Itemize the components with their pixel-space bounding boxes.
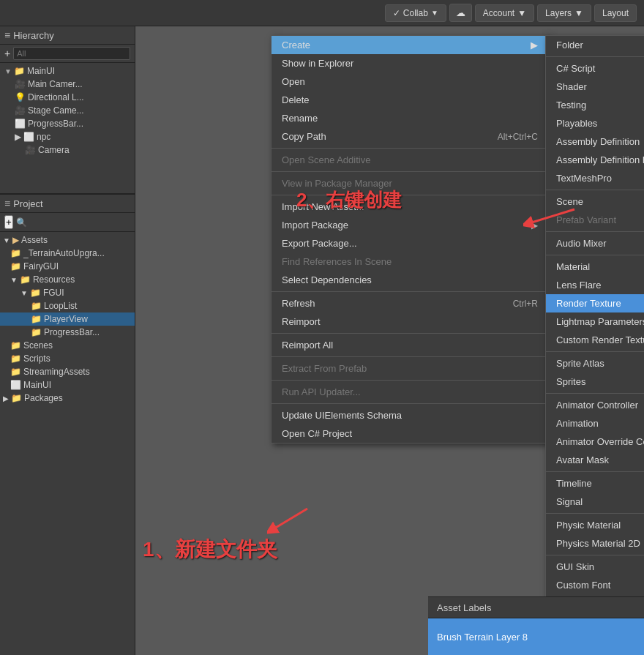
menu-item-refresh[interactable]: Refresh Ctrl+R	[272, 294, 548, 312]
menu-item-audio-mixer[interactable]: Audio Mixer	[546, 234, 644, 252]
menu-item-csharp-script[interactable]: C# Script	[546, 59, 644, 78]
menu-item-label: Reimport	[282, 316, 321, 327]
menu-item-scene[interactable]: Scene	[546, 192, 644, 211]
project-item-scenes[interactable]: 📁 Scenes	[0, 339, 135, 352]
fgui-arrow-icon: ▼	[20, 289, 28, 297]
project-item-looplist[interactable]: 📁 LoopList	[0, 299, 135, 312]
project-menu-icon[interactable]: ≡	[4, 198, 10, 209]
menu-item-label: Custom Font	[556, 580, 610, 591]
menu-item-label: Import New Asset...	[282, 201, 364, 212]
menu-item-sprite-atlas[interactable]: Sprite Atlas	[546, 354, 644, 373]
menu-item-timeline[interactable]: Timeline	[546, 474, 644, 493]
tree-item-directional[interactable]: 💡 Directional L...	[0, 91, 135, 104]
menu-item-show-explorer[interactable]: Show in Explorer	[272, 54, 548, 72]
project-item-playerview[interactable]: 📁 PlayerView	[0, 312, 135, 326]
account-button[interactable]: Account ▼	[475, 4, 534, 22]
project-item-resources[interactable]: ▼ 📁 Resources	[0, 273, 135, 286]
project-item-progressbar2[interactable]: 📁 ProgressBar...	[0, 326, 135, 339]
tree-item-camera[interactable]: 🎥 Camera	[0, 143, 135, 157]
project-search-icon: 🔍	[16, 217, 27, 228]
project-item-fgui[interactable]: ▼ 📁 FGUI	[0, 286, 135, 299]
menu-item-import-package[interactable]: Import Package ▶	[272, 216, 548, 234]
tree-item-mainui[interactable]: ▼ 📁 MainUI	[0, 64, 135, 78]
menu-item-import-asset[interactable]: Import New Asset...	[272, 198, 548, 216]
hierarchy-search-input[interactable]	[13, 47, 130, 60]
menu-item-prefab-variant: Prefab Variant	[546, 211, 644, 229]
left-column: ≡ Hierarchy + ▼ 📁 MainUI 🎥 Main Camer...	[0, 26, 135, 655]
menu-item-label: GUI Skin	[556, 561, 594, 572]
menu-item-avatar-mask[interactable]: Avatar Mask	[546, 451, 644, 469]
hierarchy-menu-icon[interactable]: ≡	[4, 29, 10, 41]
tree-item-npc[interactable]: ▶ ⬜ npc	[0, 130, 135, 143]
streaming-folder-icon: 📁	[10, 367, 21, 377]
layers-button[interactable]: Layers ▼	[537, 4, 591, 22]
menu-item-physics-mat-2d[interactable]: Physics Material 2D	[546, 534, 644, 553]
menu-item-textmeshpro[interactable]: TextMeshPro ▶	[546, 169, 644, 187]
menu-item-create[interactable]: Create ▶	[272, 36, 548, 54]
menu-item-delete[interactable]: Delete	[272, 91, 548, 109]
menu-item-open-csharp[interactable]: Open C# Project	[272, 424, 548, 443]
project-item-mainui[interactable]: ⬜ MainUI	[0, 378, 135, 392]
menu-item-animator-override[interactable]: Animator Override Controller	[546, 433, 644, 451]
camera2-icon: 🎥	[15, 105, 26, 116]
menu-item-testing[interactable]: Testing ▶	[546, 96, 644, 114]
create-arrow-icon: ▶	[531, 40, 538, 50]
menu-item-label: Scene	[556, 196, 583, 207]
tree-item-progressbar[interactable]: ⬜ ProgressBar...	[0, 117, 135, 130]
menu-item-gui-skin[interactable]: GUI Skin	[546, 558, 644, 576]
menu-item-label: Timeline	[556, 478, 592, 489]
menu-item-material[interactable]: Material	[546, 258, 644, 276]
project-item-streaming[interactable]: 📁 StreamingAssets	[0, 365, 135, 378]
menu-item-rename[interactable]: Rename	[272, 109, 548, 127]
menu-item-label: Custom Render Texture	[556, 334, 644, 345]
project-item-fairygui[interactable]: 📁 FairyGUI	[0, 260, 135, 273]
menu-item-render-texture[interactable]: Render Texture	[546, 294, 644, 312]
menu-item-label: Refresh	[282, 298, 315, 309]
menu-item-sprites[interactable]: Sprites ▶	[546, 373, 644, 391]
menu2-sep-2	[546, 231, 644, 232]
project-add-button[interactable]: +	[4, 215, 13, 229]
menu-item-assembly-def[interactable]: Assembly Definition	[546, 132, 644, 151]
menu-item-label: Avatar Mask	[556, 454, 609, 465]
tree-item-stagecamera[interactable]: 🎥 Stage Came...	[0, 104, 135, 117]
menu-item-signal[interactable]: Signal	[546, 493, 644, 511]
menu-item-animator-ctrl[interactable]: Animator Controller	[546, 396, 644, 414]
menu-item-label: Playables	[556, 118, 597, 129]
project-item-packages[interactable]: ▶ 📁 Packages	[0, 392, 135, 405]
project-item-terrain[interactable]: 📁 _TerrainAutoUpgra...	[0, 247, 135, 260]
project-item-label: Assets	[21, 235, 48, 245]
menu-item-open[interactable]: Open	[272, 72, 548, 91]
menu-item-label: Export Package...	[282, 238, 357, 249]
menu-item-label: Open	[282, 76, 305, 87]
menu-item-select-deps[interactable]: Select Dependencies	[272, 271, 548, 289]
menu-item-animation[interactable]: Animation	[546, 414, 644, 433]
menu-item-physic-mat[interactable]: Physic Material	[546, 516, 644, 534]
menu-item-shader[interactable]: Shader ▶	[546, 78, 644, 96]
menu-item-reimport[interactable]: Reimport	[272, 312, 548, 331]
project-item-scripts[interactable]: 📁 Scripts	[0, 352, 135, 365]
account-arrow-icon: ▼	[517, 8, 526, 18]
asset-labels-text: Asset Labels	[437, 602, 491, 613]
menu-item-update-ui[interactable]: Update UIElements Schema	[272, 406, 548, 424]
cloud-button[interactable]: ☁	[449, 4, 472, 22]
layout-button[interactable]: Layout	[594, 4, 637, 22]
menu-item-folder[interactable]: Folder	[546, 36, 644, 54]
project-item-assets[interactable]: ▼ ▶ Assets	[0, 233, 135, 247]
menu-item-extract-prefab: Extract From Prefab	[272, 359, 548, 378]
menu-item-custom-font[interactable]: Custom Font	[546, 576, 644, 594]
context-menu-primary: Create ▶ Show in Explorer Open Delete Re…	[271, 35, 549, 443]
menu-item-lightmap-params[interactable]: Lightmap Parameters	[546, 312, 644, 331]
menu-item-custom-render[interactable]: Custom Render Texture	[546, 331, 644, 349]
menu-item-lens-flare[interactable]: Lens Flare	[546, 276, 644, 294]
tree-item-maincamera[interactable]: 🎥 Main Camer...	[0, 78, 135, 91]
menu-item-reimport-all[interactable]: Reimport All	[272, 336, 548, 354]
menu-item-export-package[interactable]: Export Package...	[272, 234, 548, 252]
menu-sep-4	[272, 291, 548, 292]
menu-item-playables[interactable]: Playables ▶	[546, 114, 644, 132]
hierarchy-add-button[interactable]: +	[4, 48, 10, 59]
menu-item-copy-path[interactable]: Copy Path Alt+Ctrl+C	[272, 127, 548, 146]
collab-button[interactable]: ✓ Collab ▼	[385, 4, 446, 22]
progressbar-folder-icon: 📁	[31, 327, 42, 337]
menu-sep-2	[272, 171, 548, 172]
menu-item-assembly-def-ref[interactable]: Assembly Definition Reference	[546, 151, 644, 169]
